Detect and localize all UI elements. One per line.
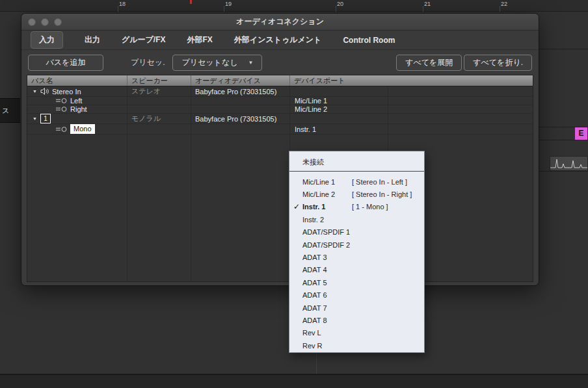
tab-output[interactable]: 出力 — [85, 32, 100, 48]
bus-name: 1 — [40, 114, 51, 123]
waveform-icon — [550, 157, 587, 170]
menu-item-instr-2[interactable]: Instr. 2 — [289, 213, 424, 226]
bus-row-right[interactable]: RightMic/Line 2 — [27, 105, 533, 114]
bg-gridline-vertical — [316, 353, 317, 374]
menu-item-adat-7[interactable]: ADAT 7 — [289, 302, 424, 314]
audio-event-thumbnail[interactable] — [550, 156, 588, 171]
checkmark-icon: ✓ — [293, 202, 300, 211]
tab-external-instruments[interactable]: 外部インストゥルメント — [234, 32, 322, 48]
port-label: Rev R — [302, 342, 352, 350]
cubase-screen: 1819202122 ス E オーディオコネクション 入力出力グループ/FX外部… — [0, 0, 588, 388]
dialog-title: オーディオコネクション — [21, 16, 539, 27]
speaker-config-cell: モノラル — [127, 114, 191, 123]
column-header-[interactable]: オーディオデバイス — [191, 75, 290, 86]
device-port-cell[interactable]: Mic/Line 2 — [290, 105, 388, 113]
audio-device-cell: Babyface Pro (73031505) — [191, 114, 290, 123]
menu-item-adat-4[interactable]: ADAT 4 — [289, 264, 424, 276]
menu-item-rev-r[interactable]: Rev R — [289, 339, 424, 352]
device-port-cell[interactable]: Mic/Line 1 — [290, 97, 388, 105]
tab-group-fx[interactable]: グループ/FX — [122, 32, 166, 48]
ruler-bar-number: 22 — [501, 1, 507, 7]
port-label: ADAT 3 — [302, 253, 352, 261]
spacer-cell — [388, 97, 533, 105]
menu-item-adat-spdif-1[interactable]: ADAT/SPDIF 1 — [289, 226, 424, 239]
speaker-config-cell: ステレオ — [127, 86, 191, 96]
timeline-ruler[interactable]: 1819202122 — [0, 0, 588, 12]
audio-device-cell: Babyface Pro (73031505) — [191, 86, 290, 96]
bus-name-cell: Left — [27, 97, 127, 105]
column-header-[interactable]: デバイスポート — [290, 75, 533, 86]
port-connector-icon — [56, 126, 68, 133]
port-label: Mic/Line 1 — [302, 178, 352, 186]
device-port-cell[interactable] — [290, 114, 388, 123]
menu-item-mic-line-2[interactable]: Mic/Line 2[ Stereo In - Right ] — [289, 188, 424, 200]
expand-all-button[interactable]: すべてを展開 — [396, 55, 462, 71]
dialog-titlebar[interactable]: オーディオコネクション — [21, 14, 539, 31]
port-connector-icon — [56, 106, 68, 112]
port-label: ADAT 6 — [302, 291, 352, 299]
channel-name: Mono — [70, 124, 95, 134]
speaker-config-cell — [127, 105, 191, 113]
device-port-cell[interactable]: Instr. 1 — [290, 124, 388, 134]
device-port-value[interactable]: Mic/Line 2 — [295, 105, 327, 113]
speaker-config-cell — [127, 124, 191, 134]
bus-row-1[interactable]: ▼1モノラルBabyface Pro (73031505) — [27, 114, 533, 124]
menu-item-adat-5[interactable]: ADAT 5 — [289, 276, 424, 289]
disclosure-triangle-icon[interactable]: ▼ — [33, 89, 37, 94]
ruler-gridline — [118, 6, 118, 12]
bus-table: バス名スピーカーオーディオデバイスデバイスポート ▼Stereo InステレオB… — [27, 75, 533, 282]
ruler-gridline — [224, 6, 224, 12]
minimize-window-button[interactable] — [41, 18, 49, 26]
spacer-cell — [388, 124, 533, 134]
device-port-menu: 未接続 Mic/Line 1[ Stereo In - Left ]Mic/Li… — [289, 151, 425, 353]
menu-item-instr-1[interactable]: ✓Instr. 1[ 1 - Mono ] — [289, 201, 424, 213]
collapse-all-button[interactable]: すべてを折り. — [464, 55, 532, 71]
audio-connections-dialog: オーディオコネクション 入力出力グループ/FX外部FX外部インストゥルメントCo… — [21, 13, 539, 286]
tab-external-fx[interactable]: 外部FX — [187, 32, 213, 48]
close-window-button[interactable] — [28, 18, 36, 26]
bus-row-mono[interactable]: MonoInstr. 1 — [27, 124, 533, 135]
device-port-cell[interactable] — [290, 86, 388, 96]
menu-item-rev-l[interactable]: Rev L — [289, 327, 424, 339]
menu-item-not-connected[interactable]: 未接続 — [289, 153, 424, 170]
menu-item-mic-line-1[interactable]: Mic/Line 1[ Stereo In - Left ] — [289, 175, 424, 188]
track-name-chip[interactable]: ス — [0, 98, 20, 123]
menu-item-adat-8[interactable]: ADAT 8 — [289, 314, 424, 326]
preset-label: プリセッ. — [131, 57, 165, 68]
port-label: Instr. 1 — [302, 203, 352, 211]
audio-device-cell — [191, 105, 290, 113]
transport-area — [0, 374, 588, 388]
menu-item-adat-3[interactable]: ADAT 3 — [289, 251, 424, 263]
port-assignment: [ Stereo In - Right ] — [352, 190, 412, 198]
speaker-config: ステレオ — [131, 86, 161, 96]
bus-row-left[interactable]: LeftMic/Line 1 — [27, 97, 533, 105]
preset-select[interactable]: プリセットなし ▼ — [172, 55, 262, 71]
add-bus-button[interactable]: バスを追加 — [28, 55, 103, 71]
device-port-value[interactable]: Mic/Line 1 — [295, 97, 327, 105]
channel-name: Left — [70, 97, 82, 105]
menu-item-adat-6[interactable]: ADAT 6 — [289, 289, 424, 302]
bus-name-cell: Right — [27, 105, 127, 113]
audio-device: Babyface Pro (73031505) — [195, 115, 276, 123]
column-header-[interactable]: スピーカー — [127, 75, 191, 86]
menu-item-adat-spdif-2[interactable]: ADAT/SPDIF 2 — [289, 239, 424, 251]
ruler-bar-number: 18 — [119, 1, 126, 7]
empty-cell — [191, 135, 290, 281]
tab-input[interactable]: 入力 — [31, 31, 63, 49]
bus-name-cell: ▼Stereo In — [27, 86, 127, 96]
bus-row-stereo-in[interactable]: ▼Stereo InステレオBabyface Pro (73031505) — [27, 86, 533, 97]
ruler-bar-number: 21 — [424, 1, 431, 7]
ruler-bar-number: 20 — [337, 1, 343, 7]
bus-table-empty-area — [27, 135, 533, 281]
chevron-down-icon: ▼ — [248, 60, 253, 66]
device-port-value[interactable]: Instr. 1 — [295, 125, 316, 133]
column-header-[interactable]: バス名 — [27, 75, 127, 86]
disclosure-triangle-icon[interactable]: ▼ — [33, 116, 37, 121]
preset-value: プリセットなし — [181, 57, 237, 68]
tab-control-room[interactable]: Control Room — [343, 33, 395, 47]
port-menu-items: Mic/Line 1[ Stereo In - Left ]Mic/Line 2… — [289, 175, 424, 352]
zoom-window-button[interactable] — [54, 18, 62, 26]
speaker-config-cell — [127, 97, 191, 105]
edit-channel-badge[interactable]: E — [575, 127, 587, 140]
port-assignment: [ 1 - Mono ] — [352, 203, 388, 211]
